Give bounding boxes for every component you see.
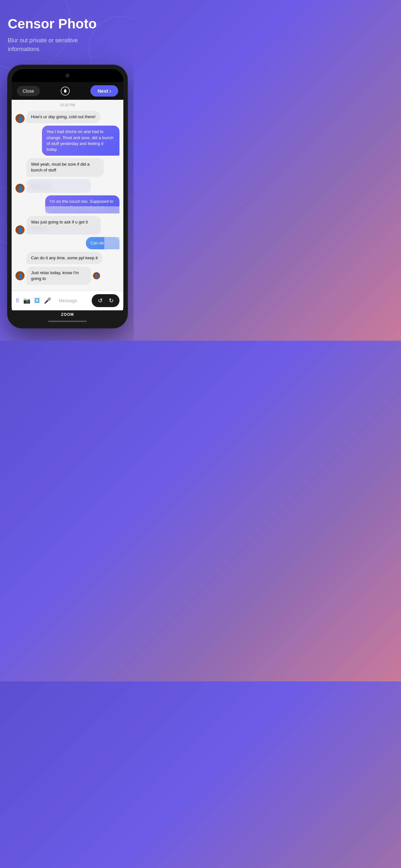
phone-mockup: Close Next › 10:32 PM	[8, 65, 127, 328]
message-input[interactable]: Message	[55, 296, 88, 306]
avatar: 👤	[16, 225, 25, 235]
zoom-bar: ZOOM	[11, 310, 123, 319]
chat-message-row: 👤 Daisy and	[16, 179, 120, 193]
chat-bubble-sent-blurred: I'm on the couch too. Supposed to take d…	[45, 195, 120, 213]
chat-timestamp: 10:32 PM	[16, 103, 120, 107]
zoom-label: ZOOM	[61, 312, 74, 317]
app-toolbar: Close Next ›	[11, 82, 123, 100]
avatar-image: 👤	[16, 225, 25, 235]
chat-bubble-received: Well yeah, must be sore if did a bunch o…	[27, 158, 104, 176]
next-button[interactable]: Next ›	[90, 85, 118, 97]
page-subtitle: Blur out private or sensitive informatio…	[8, 36, 111, 54]
avatar-image: 👤	[16, 114, 25, 123]
app-logo-icon	[60, 86, 70, 96]
image-icon[interactable]: 🖼	[34, 298, 40, 304]
chat-area: 10:32 PM 👤 How's ur day going, cold out …	[11, 100, 123, 290]
chat-bottom-bar: ⠿ 📷 🖼 🎤 Message ↺ ↻	[11, 290, 123, 310]
avatar: 👤	[16, 114, 25, 123]
avatar-small: 👤	[93, 272, 100, 279]
mic-icon[interactable]: 🎤	[44, 297, 51, 304]
avatar: 👤	[16, 184, 25, 193]
undo-redo-controls: ↺ ↻	[92, 294, 120, 307]
avatar-image: 👤	[16, 184, 25, 193]
page-title: Censor Photo	[8, 16, 126, 32]
blur-overlay	[27, 179, 91, 193]
chat-message-row: 👤 Was just going to ask if u got it down…	[16, 216, 120, 234]
chat-bubble-received: Just relax today, know I'm going to	[27, 267, 91, 285]
chat-bubble-received: Can do it any time, some ppl keep it	[27, 252, 102, 264]
chat-message-row: Can do it any time, some ppl keep it	[16, 252, 120, 264]
camera-notch	[66, 73, 69, 78]
chat-message-row: 👤 Just relax today, know I'm going to 👤	[16, 267, 120, 285]
chat-bubble-sent: Yea I had shorts on and had to change. T…	[42, 126, 120, 156]
blur-mask	[45, 206, 120, 214]
next-label: Next	[97, 88, 108, 94]
chat-message-row: Yea I had shorts on and had to change. T…	[16, 126, 120, 156]
close-button[interactable]: Close	[17, 86, 40, 96]
avatar-image-small: 👤	[93, 272, 100, 279]
blur-mask-right	[104, 237, 120, 249]
chat-bubble-received: How's ur day going, cold out there!	[27, 111, 100, 123]
chat-message-row: Can do it this	[16, 237, 120, 249]
chat-message-row: Well yeah, must be sore if did a bunch o…	[16, 158, 120, 176]
undo-button[interactable]: ↺	[96, 296, 104, 305]
chevron-icon: ›	[110, 88, 111, 94]
page-container: Censor Photo Blur out private or sensiti…	[0, 0, 134, 341]
chat-message-row: 👤 How's ur day going, cold out there!	[16, 111, 120, 123]
chat-bubble-partial-blur: Can do it this	[86, 237, 120, 249]
chat-bubble-blurred: Daisy and	[27, 179, 91, 193]
avatar: 👤	[16, 271, 25, 280]
phone-screen: Close Next › 10:32 PM	[11, 69, 123, 319]
chat-message-row: I'm on the couch too. Supposed to take d…	[16, 195, 120, 213]
avatar-image: 👤	[16, 271, 25, 280]
redo-button[interactable]: ↻	[106, 296, 116, 305]
home-indicator	[48, 321, 87, 322]
chat-bubble-received-blurred: Was just going to ask if u got it down, …	[27, 216, 101, 234]
camera-icon[interactable]: 📷	[23, 297, 30, 304]
blur-mask	[27, 226, 101, 234]
phone-notch	[11, 69, 123, 82]
grid-icon[interactable]: ⠿	[16, 298, 19, 304]
